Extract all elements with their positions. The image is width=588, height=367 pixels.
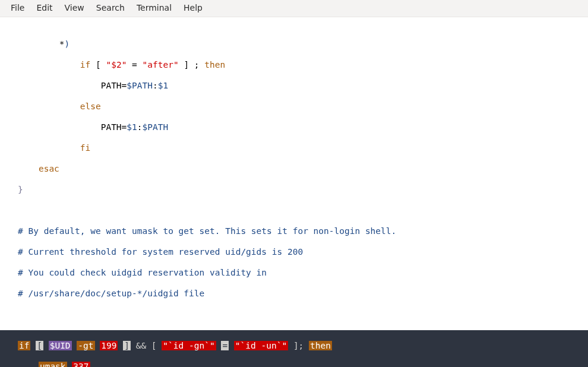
code-line: # Current threshold for system reserved … [0, 247, 588, 258]
menu-help[interactable]: Help [178, 3, 208, 14]
code-line: if [ "$2" = "after" ] ; then [0, 60, 588, 71]
code-line: # You could check uidgid reservation val… [0, 268, 588, 279]
code-line: PATH=$PATH:$1 [0, 81, 588, 91]
code-line: fi [0, 143, 588, 154]
menu-view[interactable]: View [59, 3, 90, 14]
menubar: File Edit View Search Terminal Help [0, 0, 588, 17]
menu-file[interactable]: File [5, 3, 30, 14]
code-line [0, 205, 588, 216]
code-line: PATH=$1:$PATH [0, 122, 588, 133]
code-line: else [0, 102, 588, 112]
code-line: } [0, 185, 588, 195]
menu-search[interactable]: Search [90, 3, 131, 14]
menu-edit[interactable]: Edit [30, 3, 58, 14]
code-line-selected: umask 337 [0, 362, 588, 368]
code-line-selected: if [ $UID -gt 199 ] && [ "`id -gn`" = "`… [0, 341, 588, 352]
code-line: *) [0, 39, 588, 50]
code-line: esac [0, 164, 588, 175]
editor-area[interactable]: *) if [ "$2" = "after" ] ; then PATH=$PA… [0, 17, 588, 367]
code-line: # /usr/share/doc/setup-*/uidgid file [0, 289, 588, 299]
menu-terminal[interactable]: Terminal [131, 3, 178, 14]
selection-block: if [ $UID -gt 199 ] && [ "`id -gn`" = "`… [0, 330, 588, 367]
code-line: # By default, we want umask to get set. … [0, 226, 588, 237]
